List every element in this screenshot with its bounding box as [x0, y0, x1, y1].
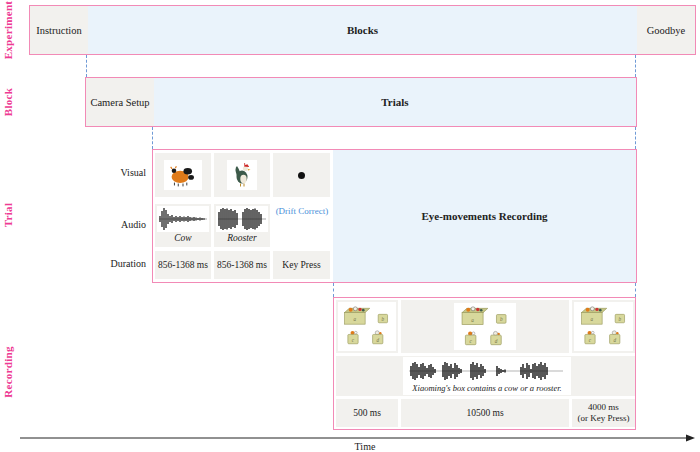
trial-label-duration: Duration — [90, 258, 146, 269]
recording-duration-2: 10500 ms — [401, 399, 569, 427]
experiment-row: Instruction Blocks Goodbye — [29, 5, 696, 55]
sentence-display-cell — [401, 300, 569, 353]
trial-row: Cow Rooster (Drift Correct) 856-1368 ms … — [152, 149, 637, 283]
rooster-waveform-icon — [216, 206, 268, 232]
block-row: Camera Setup Trials — [85, 77, 637, 127]
connector-trials-left — [152, 127, 153, 149]
fixation-dot-icon — [298, 172, 305, 179]
visual-cell-rooster — [214, 153, 270, 197]
goodbye-cell: Goodbye — [637, 6, 695, 54]
instruction-cell: Instruction — [30, 6, 88, 54]
trials-cell: Trials — [154, 78, 636, 126]
recording-duration-3: 4000 ms (or Key Press) — [572, 399, 635, 427]
connector-trials-right — [635, 127, 636, 149]
preview-display-cell — [336, 300, 398, 353]
final-display-cell — [572, 300, 635, 353]
cow-image — [164, 160, 202, 190]
recording-duration-1: 500 ms — [336, 399, 398, 427]
stimulus-panel-2 — [454, 303, 516, 350]
cow-icon — [164, 160, 202, 190]
quadbox-panel-icon — [339, 304, 395, 349]
duration-cell-3: Key Press — [273, 251, 330, 279]
sentence-audio-image: Xiaoming's box contains a cow or a roost… — [403, 357, 571, 395]
eye-movements-recording-cell: Eye-movements Recording — [333, 150, 636, 282]
connector-blocks-right — [635, 55, 636, 77]
time-axis-label: Time — [330, 441, 400, 452]
audio-label-rooster: Rooster — [214, 233, 270, 243]
rooster-waveform — [216, 206, 268, 232]
sentence-text: Xiaoming's box contains a cow or a roost… — [412, 383, 561, 393]
audio-label-cow: Cow — [155, 233, 211, 243]
side-label-trial: Trial — [2, 170, 16, 260]
sentence-audio-cell: Xiaoming's box contains a cow or a roost… — [336, 356, 635, 396]
visual-cell-drift — [273, 153, 330, 197]
rooster-image — [227, 160, 257, 190]
quadbox-panel-icon — [456, 305, 514, 349]
quadbox-panel-icon — [576, 304, 632, 349]
experiment-procedure-diagram: a b c d Experiment Block Trial Recording… — [0, 0, 700, 452]
recording-row: Xiaoming's box contains a cow or a roost… — [333, 297, 636, 430]
cow-waveform-icon — [157, 206, 209, 232]
visual-cell-cow — [155, 153, 211, 197]
sentence-waveform-icon — [407, 360, 567, 383]
duration-cell-1: 856-1368 ms — [155, 251, 211, 279]
side-label-block: Block — [2, 57, 16, 147]
stimulus-panel-1 — [338, 302, 396, 351]
stimulus-panel-3 — [574, 302, 633, 351]
blocks-cell: Blocks — [88, 6, 637, 54]
trial-label-audio: Audio — [90, 219, 146, 230]
audio-cell-cow: Cow — [155, 204, 211, 247]
recording-duration-3-line1: 4000 ms — [588, 402, 619, 413]
side-label-recording: Recording — [2, 327, 16, 417]
camera-setup-cell: Camera Setup — [86, 78, 154, 126]
rooster-icon — [227, 160, 257, 190]
recording-duration-3-line2: (or Key Press) — [578, 413, 630, 424]
cow-waveform — [157, 206, 209, 232]
connector-recording-right — [635, 283, 636, 297]
audio-cell-rooster: Rooster — [214, 204, 270, 247]
drift-correct-note: (Drift Correct) — [270, 206, 334, 216]
duration-cell-2: 856-1368 ms — [214, 251, 270, 279]
arrowhead-icon — [686, 435, 695, 442]
connector-recording-left — [333, 283, 334, 297]
connector-blocks-left — [86, 55, 87, 77]
trial-label-visual: Visual — [90, 167, 146, 178]
